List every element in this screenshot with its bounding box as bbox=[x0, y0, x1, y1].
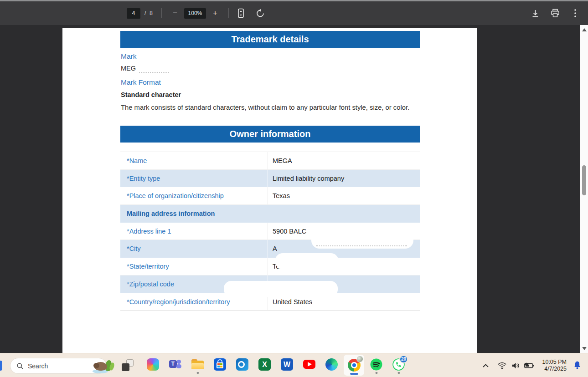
owner-table-value: Texas bbox=[268, 187, 420, 204]
taskbar-app-spotify[interactable] bbox=[370, 358, 382, 371]
scrollbar-thumb[interactable] bbox=[582, 165, 586, 195]
taskbar-app-file-explorer[interactable] bbox=[191, 358, 204, 371]
more-options-button[interactable] bbox=[571, 9, 580, 18]
scrollbar-up-arrow[interactable] bbox=[580, 26, 588, 33]
whatsapp-badge: 20 bbox=[399, 355, 408, 363]
windows-taskbar: Search T bbox=[0, 353, 588, 377]
youtube-icon bbox=[303, 360, 315, 369]
page-count-label: / 8 bbox=[144, 10, 154, 16]
taskbar-app-edge[interactable] bbox=[325, 358, 338, 371]
owner-table-row: *State/territoryTexas bbox=[120, 258, 420, 275]
print-button[interactable] bbox=[551, 9, 560, 18]
redaction-trace bbox=[139, 72, 169, 73]
taskbar-app-teams[interactable]: T bbox=[169, 358, 181, 371]
spotify-icon bbox=[370, 358, 382, 371]
owner-table-label: *City bbox=[120, 240, 268, 258]
owner-table-label: Mailing address information bbox=[120, 205, 420, 223]
rotate-button[interactable] bbox=[256, 9, 265, 18]
mark-format-label: Mark Format bbox=[121, 78, 420, 87]
copilot-icon bbox=[147, 358, 159, 371]
download-icon bbox=[531, 9, 540, 18]
volume-button[interactable] bbox=[511, 362, 521, 370]
redaction-blob-mark bbox=[137, 65, 175, 75]
active-app-indicator bbox=[350, 373, 358, 375]
toolbar-right-controls bbox=[531, 1, 580, 25]
chevron-up-icon bbox=[482, 363, 489, 368]
more-options-icon bbox=[574, 9, 577, 18]
battery-icon bbox=[524, 362, 535, 370]
zoom-out-button[interactable]: − bbox=[170, 8, 181, 19]
speaker-icon bbox=[511, 362, 521, 370]
edge-icon bbox=[325, 358, 338, 371]
scrollbar-down-arrow[interactable] bbox=[580, 345, 588, 352]
taskbar-app-outlook[interactable] bbox=[236, 358, 248, 371]
search-label: Search bbox=[28, 362, 48, 370]
rotate-counterclockwise-icon bbox=[256, 9, 265, 18]
owner-table-value: Limited liability company bbox=[268, 170, 420, 188]
open-app-indicator bbox=[375, 372, 377, 374]
owner-table-row: *Entity typeLimited liability company bbox=[120, 170, 420, 188]
file-explorer-icon bbox=[191, 358, 204, 371]
page-number-input[interactable]: 4 bbox=[127, 8, 140, 19]
search-highlight-beaver-image bbox=[92, 358, 115, 374]
mark-format-value: Standard character bbox=[121, 91, 420, 98]
owner-table-label: *Name bbox=[120, 152, 268, 169]
owner-information-header: Owner information bbox=[120, 126, 420, 143]
owner-table-row: *NameMEGA bbox=[120, 152, 420, 170]
search-icon bbox=[16, 362, 24, 370]
screen: 4 / 8 − 100% + bbox=[0, 0, 588, 377]
toolbar-divider bbox=[228, 8, 229, 18]
download-button[interactable] bbox=[531, 9, 540, 18]
owner-table-row: Mailing address information bbox=[120, 205, 420, 223]
mark-label: Mark bbox=[121, 52, 420, 61]
toolbar-center-controls: 4 / 8 − 100% + bbox=[127, 1, 265, 25]
taskbar-app-youtube[interactable] bbox=[303, 358, 315, 371]
taskbar-apps: T X W bbox=[147, 358, 405, 371]
redaction-blob-zip bbox=[224, 281, 338, 297]
redaction-trace bbox=[316, 245, 407, 246]
notification-bell-button[interactable] bbox=[573, 361, 582, 370]
tray-date: 4/7/2025 bbox=[542, 366, 567, 372]
print-icon bbox=[551, 9, 560, 18]
wifi-icon bbox=[497, 362, 507, 370]
battery-button[interactable] bbox=[524, 362, 535, 370]
pdf-viewer-area: Trademark details Mark MEG Mark Format S… bbox=[0, 25, 588, 353]
excel-icon: X bbox=[258, 358, 271, 371]
zoom-level-input[interactable]: 100% bbox=[184, 8, 206, 19]
trademark-details-header: Trademark details bbox=[120, 31, 420, 48]
outlook-icon bbox=[236, 358, 248, 371]
taskbar-app-excel[interactable]: X bbox=[258, 358, 271, 371]
owner-table-label: *Entity type bbox=[120, 170, 268, 188]
tray-time: 10:05 PM bbox=[542, 359, 567, 366]
open-app-indicator bbox=[397, 372, 400, 374]
chrome-profile-avatar bbox=[356, 356, 363, 362]
word-icon: W bbox=[281, 358, 293, 371]
notification-bell-icon bbox=[573, 361, 582, 370]
owner-table-label: *Address line 1 bbox=[120, 223, 268, 240]
vertical-scrollbar[interactable] bbox=[580, 25, 588, 353]
zoom-in-button[interactable]: + bbox=[210, 8, 221, 19]
fit-to-page-icon bbox=[237, 8, 245, 18]
toolbar-divider bbox=[161, 8, 162, 18]
taskbar-app-copilot[interactable] bbox=[147, 358, 159, 371]
taskbar-edge-sliver bbox=[0, 361, 2, 371]
fit-to-page-button[interactable] bbox=[237, 9, 246, 18]
pdf-toolbar: 4 / 8 − 100% + bbox=[0, 0, 588, 25]
taskbar-app-microsoft-store[interactable] bbox=[214, 358, 226, 371]
teams-icon: T bbox=[169, 358, 181, 371]
mark-format-description: The mark consists of standard characters… bbox=[121, 102, 422, 114]
taskbar-app-word[interactable]: W bbox=[281, 358, 293, 371]
taskbar-app-whatsapp[interactable]: 20 bbox=[392, 358, 405, 371]
owner-table-label: *State/territory bbox=[120, 258, 268, 275]
redaction-blob-city bbox=[275, 253, 339, 269]
taskbar-app-chrome[interactable] bbox=[348, 358, 360, 371]
wifi-button[interactable] bbox=[497, 362, 507, 370]
chrome-active-highlight bbox=[344, 355, 364, 376]
hidden-icons-button[interactable] bbox=[482, 363, 489, 368]
owner-table-row: *Place of organization/citizenshipTexas bbox=[120, 187, 420, 205]
taskbar-search-box[interactable]: Search bbox=[10, 358, 107, 374]
pdf-page: Trademark details Mark MEG Mark Format S… bbox=[62, 28, 477, 353]
microsoft-store-icon bbox=[214, 358, 226, 371]
task-view-button[interactable] bbox=[122, 359, 134, 371]
taskbar-clock[interactable]: 10:05 PM 4/7/2025 bbox=[542, 359, 567, 372]
